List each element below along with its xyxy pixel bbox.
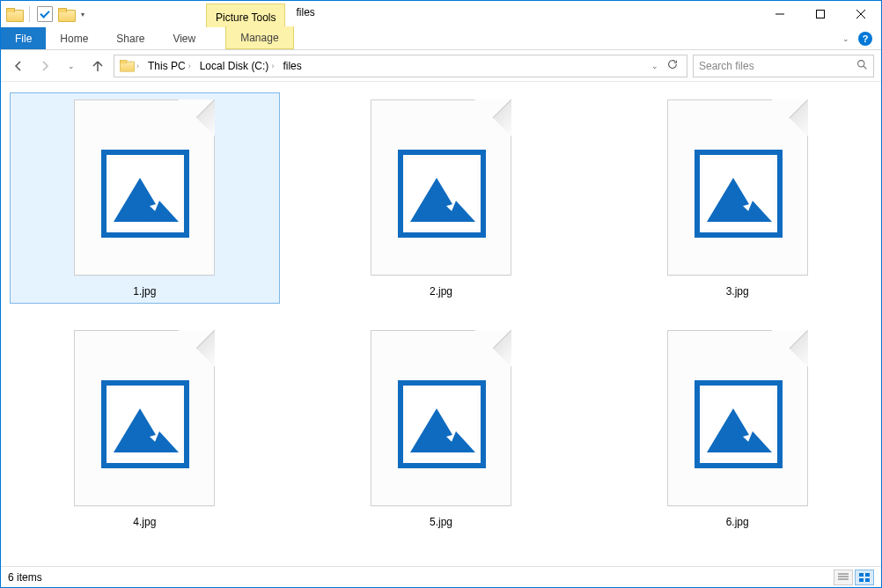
tab-manage[interactable]: Manage	[225, 26, 293, 49]
file-item[interactable]: 5.jpg	[306, 323, 577, 534]
file-thumbnail	[56, 95, 232, 280]
address-bar[interactable]: › This PC › Local Disk (C:) › files ⌄	[114, 55, 687, 77]
file-thumbnail	[56, 326, 232, 511]
file-tab[interactable]: File	[1, 27, 46, 49]
large-icons-view-button[interactable]	[855, 570, 874, 585]
details-view-button[interactable]	[834, 570, 853, 585]
svg-point-4	[858, 60, 864, 66]
tab-home[interactable]: Home	[46, 27, 102, 49]
file-grid[interactable]: 1.jpg 2.jpg 3.jpg	[1, 82, 881, 566]
ribbon: File Home Share View Manage ⌄ ?	[1, 27, 881, 50]
file-name: 5.jpg	[430, 516, 452, 528]
breadcrumb-local-disk[interactable]: Local Disk (C:) ›	[196, 60, 278, 72]
item-count: 6 items	[8, 571, 42, 584]
file-thumbnail	[650, 326, 826, 511]
file-name: 6.jpg	[726, 516, 749, 528]
breadcrumb-root[interactable]: ›	[116, 60, 143, 72]
minimize-button[interactable]	[760, 1, 800, 27]
address-history-dropdown[interactable]: ⌄	[651, 62, 658, 70]
expand-ribbon-icon[interactable]: ⌄	[842, 34, 849, 43]
svg-rect-36	[865, 578, 870, 582]
file-item[interactable]: 2.jpg	[306, 92, 577, 304]
file-item[interactable]: 1.jpg	[10, 92, 280, 304]
svg-rect-33	[859, 573, 864, 577]
chevron-right-icon: ›	[188, 62, 191, 70]
file-tab-label: File	[15, 33, 32, 45]
window-title: files	[285, 1, 325, 27]
window-controls	[760, 1, 881, 27]
breadcrumb-files[interactable]: files	[279, 60, 305, 72]
file-name: 1.jpg	[133, 285, 156, 298]
svg-rect-35	[859, 578, 864, 582]
refresh-button[interactable]	[664, 58, 681, 73]
file-name: 4.jpg	[133, 516, 156, 528]
image-file-icon	[101, 150, 189, 238]
file-name: 3.jpg	[726, 285, 749, 298]
folder-icon[interactable]	[4, 4, 24, 24]
separator	[29, 6, 30, 22]
image-file-icon	[398, 150, 486, 238]
file-item[interactable]: 3.jpg	[602, 92, 872, 304]
maximize-button[interactable]	[800, 1, 841, 27]
svg-rect-1	[817, 11, 825, 18]
picture-tools-label: Picture Tools	[216, 11, 276, 24]
file-name: 2.jpg	[430, 285, 452, 298]
up-button[interactable]	[87, 55, 108, 77]
forward-button[interactable]	[34, 55, 55, 77]
svg-rect-34	[865, 573, 870, 577]
titlebar: ▾ Picture Tools files	[1, 1, 881, 27]
back-button[interactable]	[8, 55, 29, 77]
tab-share[interactable]: Share	[102, 27, 158, 49]
close-button[interactable]	[841, 1, 881, 27]
view-toggles	[834, 570, 874, 585]
search-placeholder: Search files	[699, 60, 754, 72]
file-thumbnail	[353, 95, 529, 280]
contextual-tab-picture-tools[interactable]: Picture Tools	[206, 4, 285, 27]
image-file-icon	[695, 150, 783, 238]
qat-customize-dropdown[interactable]: ▾	[77, 11, 88, 18]
image-file-icon	[101, 380, 189, 468]
file-item[interactable]: 4.jpg	[10, 323, 280, 534]
svg-line-5	[864, 66, 866, 69]
quick-access-toolbar: ▾	[1, 1, 92, 27]
file-item[interactable]: 6.jpg	[602, 323, 872, 534]
search-icon	[856, 59, 868, 73]
image-file-icon	[398, 380, 486, 468]
help-icon[interactable]: ?	[858, 32, 872, 46]
status-bar: 6 items	[1, 566, 881, 587]
recent-locations-dropdown[interactable]: ⌄	[61, 55, 82, 77]
tab-view[interactable]: View	[158, 27, 209, 49]
nav-row: ⌄ › This PC › Local Disk (C:) › files ⌄ …	[1, 50, 881, 82]
chevron-right-icon: ›	[136, 62, 139, 70]
search-input[interactable]: Search files	[693, 55, 874, 77]
breadcrumb-this-pc[interactable]: This PC ›	[144, 60, 195, 72]
image-file-icon	[695, 380, 783, 468]
file-thumbnail	[650, 95, 826, 280]
new-folder-icon[interactable]	[56, 4, 76, 24]
properties-checkbox-icon[interactable]	[35, 4, 55, 24]
chevron-right-icon: ›	[271, 62, 274, 70]
file-thumbnail	[353, 326, 529, 511]
